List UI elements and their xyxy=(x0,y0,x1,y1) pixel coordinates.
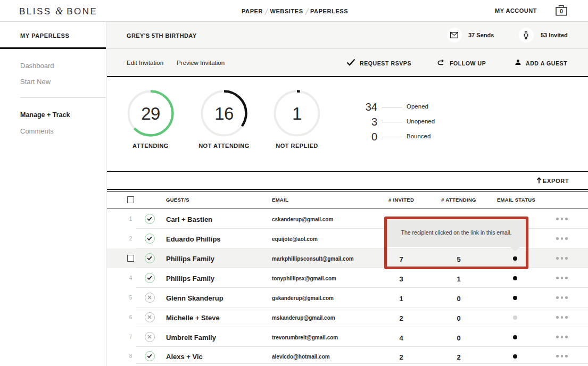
svg-text:0: 0 xyxy=(560,9,563,14)
